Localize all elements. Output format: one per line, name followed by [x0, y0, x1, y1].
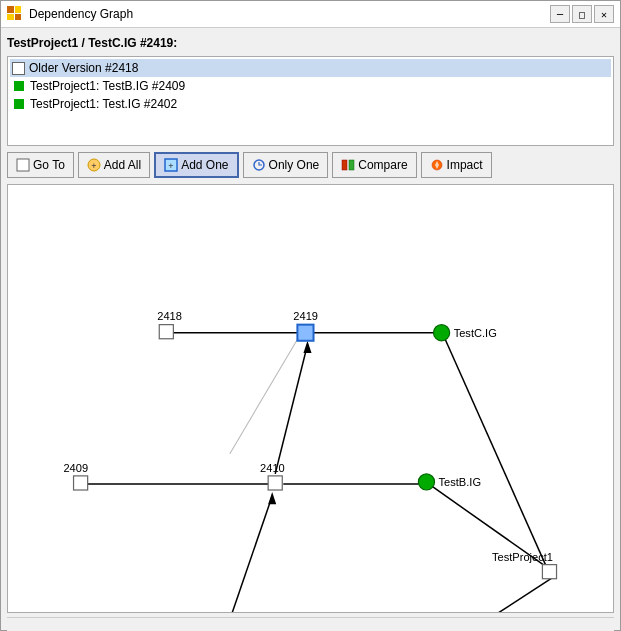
compare-icon: [341, 158, 355, 172]
svg-rect-6: [342, 160, 347, 170]
item-label: TestProject1: TestB.IG #2409: [30, 79, 185, 93]
svg-line-18: [223, 496, 272, 611]
svg-text:TestB.IG: TestB.IG: [439, 476, 481, 488]
svg-text:2419: 2419: [293, 310, 318, 322]
app-icon: [7, 6, 23, 22]
svg-text:TestProject1: TestProject1: [492, 551, 553, 563]
onlyone-button[interactable]: Only One: [243, 152, 329, 178]
svg-marker-17: [303, 341, 311, 353]
compare-button[interactable]: Compare: [332, 152, 416, 178]
svg-text:2409: 2409: [63, 462, 88, 474]
svg-line-20: [230, 338, 299, 454]
svg-text:+: +: [91, 161, 96, 171]
svg-text:2418: 2418: [157, 310, 182, 322]
svg-text:2410: 2410: [260, 462, 285, 474]
item-icon: [12, 97, 26, 111]
impact-button[interactable]: Impact: [421, 152, 492, 178]
minimize-button[interactable]: ─: [550, 5, 570, 23]
addall-button[interactable]: + Add All: [78, 152, 150, 178]
item-label: Older Version #2418: [29, 61, 138, 75]
svg-marker-19: [268, 492, 276, 504]
item-checkbox[interactable]: [12, 62, 25, 75]
graph-svg: 2418 2419 TestC.IG 2409 2410 TestB.IG: [8, 185, 613, 612]
list-item[interactable]: Older Version #2418: [10, 59, 611, 77]
window-body: TestProject1 / TestC.IG #2419: Older Ver…: [1, 28, 620, 631]
title-bar: Dependency Graph ─ □ ✕: [1, 1, 620, 28]
goto-icon: [16, 158, 30, 172]
graph-area[interactable]: 2418 2419 TestC.IG 2409 2410 TestB.IG: [7, 184, 614, 613]
svg-text:TestC.IG: TestC.IG: [454, 327, 497, 339]
svg-rect-7: [349, 160, 354, 170]
item-label: TestProject1: Test.IG #2402: [30, 97, 177, 111]
list-item[interactable]: TestProject1: Test.IG #2402: [10, 95, 611, 113]
title-controls: ─ □ ✕: [550, 5, 614, 23]
svg-line-23: [444, 578, 553, 612]
window-title: Dependency Graph: [29, 7, 133, 21]
title-bar-left: Dependency Graph: [7, 6, 133, 22]
svg-rect-0: [17, 159, 29, 171]
svg-rect-32: [268, 476, 282, 490]
svg-rect-24: [159, 325, 173, 339]
addone-button[interactable]: + Add One: [154, 152, 238, 178]
svg-rect-36: [542, 565, 556, 579]
svg-point-34: [418, 474, 434, 490]
addone-icon: +: [164, 158, 178, 172]
svg-rect-30: [74, 476, 88, 490]
addall-icon: +: [87, 158, 101, 172]
close-button[interactable]: ✕: [594, 5, 614, 23]
maximize-button[interactable]: □: [572, 5, 592, 23]
list-box[interactable]: Older Version #2418 TestProject1: TestB.…: [7, 56, 614, 146]
svg-point-28: [434, 325, 450, 341]
svg-line-16: [275, 345, 307, 474]
svg-text:+: +: [169, 161, 174, 171]
item-icon: [12, 79, 26, 93]
onlyone-icon: [252, 158, 266, 172]
header-label: TestProject1 / TestC.IG #2419:: [7, 34, 614, 52]
list-item[interactable]: TestProject1: TestB.IG #2409: [10, 77, 611, 95]
impact-icon: [430, 158, 444, 172]
toolbar: Go To + Add All + Add One: [7, 150, 614, 180]
main-window: Dependency Graph ─ □ ✕ TestProject1 / Te…: [0, 0, 621, 631]
svg-rect-26: [297, 325, 313, 341]
status-bar: [7, 617, 614, 632]
goto-button[interactable]: Go To: [7, 152, 74, 178]
